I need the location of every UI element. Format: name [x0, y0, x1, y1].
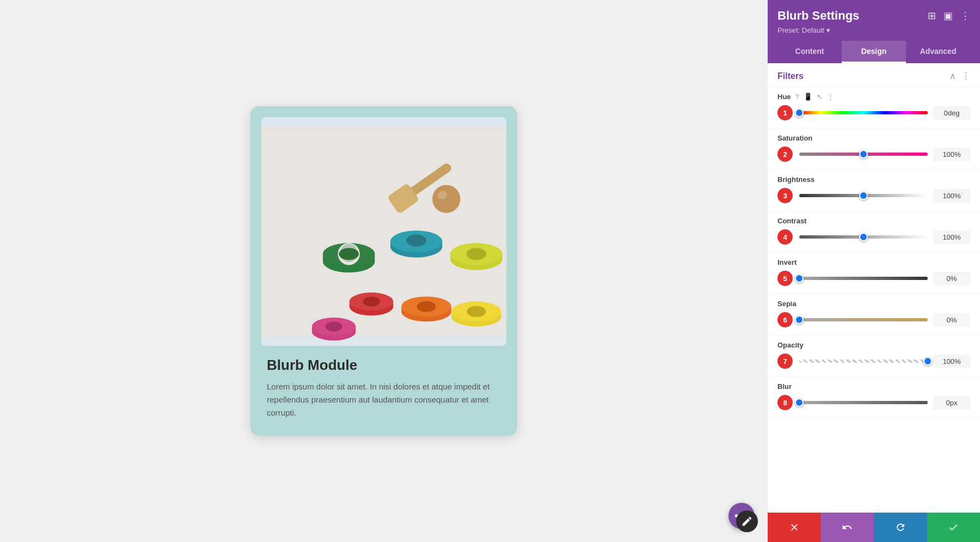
blur-value-input[interactable]: [933, 396, 970, 410]
sepia-label: Sepia: [777, 300, 797, 308]
contrast-slider[interactable]: [799, 232, 928, 242]
step-badge-4: 4: [777, 229, 793, 245]
step-badge-7: 7: [777, 354, 793, 369]
sepia-slider[interactable]: [799, 314, 928, 325]
preview-area: Blurb Module Lorem ipsum dolor sit amet.…: [0, 0, 768, 542]
opacity-value-input[interactable]: [933, 355, 970, 368]
svg-point-31: [467, 306, 486, 317]
blur-label: Blur: [777, 382, 792, 391]
invert-slider[interactable]: [799, 273, 928, 284]
filter-saturation-row: Saturation 2: [768, 129, 980, 170]
blurb-title: Blurb Module: [267, 357, 501, 374]
filter-blur-row: Blur 8: [768, 377, 980, 418]
step-badge-5: 5: [777, 271, 793, 286]
edit-icon-button[interactable]: [736, 510, 758, 532]
svg-point-23: [363, 296, 379, 306]
settings-panel: Blurb Settings ⊞ ▣ ⋮ Preset: Default ▾ C…: [768, 0, 980, 542]
blurb-card-body: Blurb Module Lorem ipsum dolor sit amet.…: [261, 346, 506, 425]
contrast-label: Contrast: [777, 217, 806, 225]
panel-title: Blurb Settings: [777, 9, 859, 23]
svg-point-11: [339, 248, 359, 260]
panel-header-icons: ⊞ ▣ ⋮: [928, 10, 970, 22]
filters-section-header: Filters ∧ ⋮: [768, 63, 980, 87]
step-badge-2: 2: [777, 147, 793, 162]
tab-design[interactable]: Design: [842, 41, 906, 63]
collapse-icon[interactable]: ∧: [950, 71, 956, 81]
contrast-value-input[interactable]: [933, 230, 970, 244]
sepia-value-input[interactable]: [933, 313, 970, 327]
tab-content[interactable]: Content: [777, 41, 842, 63]
confirm-button[interactable]: [927, 513, 981, 542]
filter-sepia-row: Sepia 6: [768, 294, 980, 336]
filter-opacity-row: Opacity 7: [768, 336, 980, 377]
filter-invert-row: Invert 5: [768, 253, 980, 294]
svg-point-35: [326, 321, 342, 331]
tab-advanced[interactable]: Advanced: [906, 41, 970, 63]
refresh-button[interactable]: [874, 513, 927, 542]
hue-label: Hue: [777, 93, 791, 101]
filter-brightness-row: Brightness 3: [768, 170, 980, 211]
brightness-value-input[interactable]: [933, 189, 970, 203]
reset-button[interactable]: [821, 513, 874, 542]
hue-device-icon[interactable]: 📱: [804, 93, 812, 101]
expand-icon[interactable]: ⊞: [928, 10, 936, 22]
hue-more-icon[interactable]: ⋮: [827, 93, 834, 101]
filter-hue-row: Hue ? 📱 ↖ ⋮ 1: [768, 87, 980, 129]
hue-pointer-icon[interactable]: ↖: [817, 93, 823, 101]
blurb-card: Blurb Module Lorem ipsum dolor sit amet.…: [250, 106, 517, 436]
more-icon[interactable]: ⋮: [960, 10, 970, 22]
filters-title: Filters: [777, 71, 804, 81]
panel-content: Filters ∧ ⋮ Hue ? 📱 ↖ ⋮ 1: [768, 63, 980, 513]
brightness-slider[interactable]: [799, 190, 928, 201]
section-icons: ∧ ⋮: [950, 71, 970, 81]
svg-point-19: [467, 248, 487, 260]
panel-footer: [768, 513, 980, 542]
step-badge-8: 8: [777, 395, 793, 410]
cancel-button[interactable]: [768, 513, 821, 542]
saturation-label: Saturation: [777, 134, 812, 142]
hue-help-icon[interactable]: ?: [795, 93, 799, 101]
opacity-label: Opacity: [777, 341, 804, 349]
section-more-icon[interactable]: ⋮: [961, 71, 970, 81]
preset-label[interactable]: Preset: Default ▾: [777, 26, 970, 34]
filter-contrast-row: Contrast 4: [768, 211, 980, 253]
step-badge-1: 1: [777, 105, 793, 120]
blur-slider[interactable]: [799, 397, 928, 408]
svg-point-27: [417, 301, 436, 312]
sidebar-icon[interactable]: ▣: [944, 10, 953, 22]
saturation-value-input[interactable]: [933, 148, 970, 161]
step-badge-3: 3: [777, 188, 793, 203]
step-badge-6: 6: [777, 312, 793, 327]
svg-point-15: [406, 235, 426, 247]
svg-point-3: [432, 185, 460, 213]
invert-value-input[interactable]: [933, 272, 970, 285]
invert-label: Invert: [777, 258, 797, 266]
brightness-label: Brightness: [777, 175, 814, 184]
blurb-card-image: [261, 117, 506, 346]
saturation-slider[interactable]: [799, 149, 928, 160]
hue-value-input[interactable]: [933, 106, 970, 120]
hue-slider[interactable]: [799, 107, 928, 118]
panel-tabs: Content Design Advanced: [777, 41, 970, 63]
panel-header: Blurb Settings ⊞ ▣ ⋮ Preset: Default ▾ C…: [768, 0, 980, 63]
opacity-slider[interactable]: [799, 356, 928, 367]
blurb-text: Lorem ipsum dolor sit amet. In nisi dolo…: [267, 380, 501, 419]
